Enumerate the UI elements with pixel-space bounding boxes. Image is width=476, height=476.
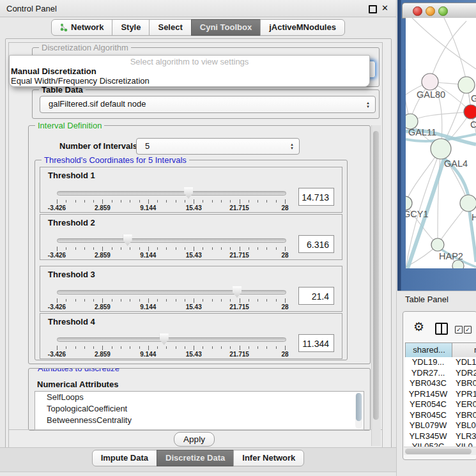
mac-zoom-button[interactable] [438, 6, 448, 16]
panel-scrollbar-thumb[interactable] [373, 131, 379, 420]
table-row[interactable]: YBL079WYBL0 [405, 420, 476, 431]
bottom-tab-bar: Impute DataDiscretize DataInfer Network [0, 450, 396, 466]
algorithm-dropdown-popup: Select algorithm to view settings Manual… [9, 55, 370, 87]
threshold-slider-2[interactable]: -3.4262.8599.14415.4321.71528 [57, 234, 285, 258]
tick [121, 299, 121, 302]
tick [166, 200, 167, 203]
divider [9, 429, 382, 430]
mac-close-button[interactable] [413, 6, 422, 16]
table-row[interactable]: YIL052CYIL0 [405, 441, 476, 447]
dropdown-item-equal-width-frequency-discretization[interactable]: Equal Width/Frequency Discretization [10, 76, 369, 86]
tick [121, 247, 121, 250]
network-node-c[interactable] [464, 105, 476, 119]
table-row[interactable]: YLR345WYLR3 [405, 431, 476, 442]
threshold-panel-1: Threshold 1-3.4262.8599.14415.4321.71528… [40, 167, 342, 213]
threshold-slider-1[interactable]: -3.4262.8599.14415.4321.71528 [57, 187, 285, 211]
tick-label: 2.859 [95, 252, 111, 259]
tab-select[interactable]: Select [149, 19, 191, 36]
checkbox-icon[interactable]: ✓ [455, 326, 463, 334]
list-item-betweennesscentrality[interactable]: BetweennessCentrality [35, 415, 364, 426]
network-node-gcy1[interactable] [406, 196, 412, 210]
window-title: Control Panel [6, 4, 57, 13]
table-row[interactable]: YBR045CYBR0 [405, 410, 476, 421]
table-row[interactable]: YDR27...YDR2 [405, 368, 476, 379]
table-row[interactable]: YER054CYER0 [405, 399, 476, 410]
slider-ticks [57, 199, 285, 204]
slider-thumb[interactable] [160, 334, 169, 345]
tick-label: 2.859 [95, 351, 111, 358]
network-canvas[interactable]: GAL80GACGAL11GAL4GCY1HHAP2 [406, 18, 476, 268]
slider-ticks [57, 298, 285, 303]
network-node-h[interactable] [460, 195, 476, 211]
threshold-value-field[interactable]: 14.713 [298, 188, 334, 206]
table-row[interactable]: YBR043CYBR0 [405, 378, 476, 389]
threshold-slider-4[interactable]: -3.4262.8599.14415.4321.71528 [57, 333, 285, 357]
tab-style[interactable]: Style [112, 19, 150, 36]
close-icon[interactable]: ✕ [381, 3, 388, 13]
threshold-value-field[interactable]: 6.316 [298, 235, 334, 253]
horizontal-scrollbar[interactable] [404, 447, 476, 455]
tab-jactivemnodules[interactable]: jActiveMNodules [260, 19, 345, 36]
panel-scrollbar[interactable] [371, 125, 381, 446]
slider-thumb[interactable] [233, 286, 242, 298]
tick [57, 247, 58, 251]
tab-network[interactable]: Network [51, 19, 112, 36]
table-row[interactable]: YDL19...YDL1 [405, 357, 476, 368]
tab-label: Discretize Data [165, 450, 225, 466]
tab-infer-network[interactable]: Infer Network [233, 450, 304, 466]
tick [102, 247, 103, 251]
tick [166, 299, 167, 302]
slider-track[interactable] [57, 290, 286, 295]
threshold-slider-3[interactable]: -3.4262.8599.14415.4321.71528 [57, 286, 285, 310]
number-of-intervals-combobox[interactable]: 5 ▲▼ [136, 138, 300, 155]
slider-track[interactable] [57, 337, 286, 342]
tick [185, 200, 185, 203]
network-node-ga[interactable] [458, 77, 475, 93]
gear-icon[interactable]: ⚙ [413, 319, 424, 334]
column-view-icon[interactable] [435, 323, 448, 335]
tick-label: 15.43 [186, 303, 202, 311]
tick-label: 28 [281, 252, 288, 259]
horizontal-scrollbar-thumb[interactable] [405, 449, 472, 454]
mac-minimize-button[interactable] [426, 6, 435, 16]
network-window-titlebar[interactable] [402, 3, 476, 19]
network-node-label: GAL4 [444, 158, 468, 169]
tick-label: 28 [281, 351, 288, 358]
tick [157, 299, 158, 302]
apply-button[interactable]: Apply [174, 432, 215, 447]
table-panel-title: Table Panel [405, 295, 449, 304]
table-row[interactable]: YPR145WYPR1 [405, 389, 476, 400]
network-node-gal80[interactable] [422, 73, 438, 90]
table-data-combobox[interactable]: galFiltered.sif default node ▲▼ [40, 96, 376, 113]
slider-thumb[interactable] [184, 187, 193, 199]
column-header-shared[interactable]: shared... [405, 342, 453, 358]
tab-discretize-data[interactable]: Discretize Data [157, 450, 234, 466]
list-item-selfloops[interactable]: SelfLoops [35, 392, 364, 403]
column-header-name[interactable]: n [452, 342, 476, 358]
tick [276, 346, 277, 349]
list-scrollbar[interactable] [355, 393, 362, 429]
list-scrollbar-thumb[interactable] [356, 393, 362, 421]
slider-track[interactable] [57, 191, 286, 196]
threshold-value-field[interactable]: 11.344 [298, 334, 334, 352]
numerical-attributes-list[interactable]: SelfLoopsTopologicalCoefficientBetweenne… [35, 391, 364, 431]
network-node-label: GCY1 [406, 209, 429, 219]
tab-impute-data[interactable]: Impute Data [92, 450, 157, 466]
tick [139, 247, 140, 250]
tick [102, 298, 103, 303]
list-item-topologicalcoefficient[interactable]: TopologicalCoefficient [35, 403, 364, 415]
tick [240, 298, 240, 303]
network-node-hap2[interactable] [431, 238, 444, 251]
network-node-gal4[interactable] [431, 139, 451, 159]
tab-cyni-toolbox[interactable]: Cyni Toolbox [191, 19, 261, 36]
float-window-icon[interactable] [369, 5, 377, 13]
tick-label: 9.144 [140, 303, 156, 311]
slider-track[interactable] [57, 238, 286, 243]
tick [203, 200, 203, 203]
dropdown-item-manual-discretization[interactable]: Manual Discretization [10, 66, 369, 76]
checkbox-icon[interactable]: ✓ [464, 326, 472, 334]
tick [148, 346, 149, 350]
slider-thumb[interactable] [123, 234, 132, 246]
slider-tick-labels: -3.4262.8599.14415.4321.71528 [57, 252, 285, 259]
threshold-value-field[interactable]: 21.4 [298, 287, 334, 305]
